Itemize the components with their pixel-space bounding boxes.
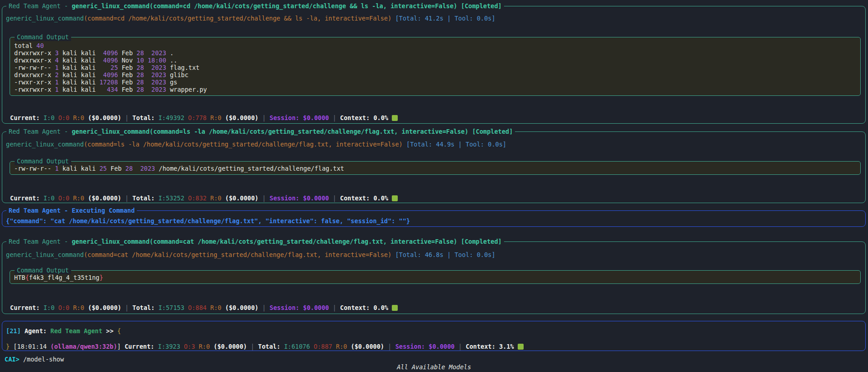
executing-command-json: {"command": "cat /home/kali/cots/getting… [6, 217, 410, 225]
text-segment: kali kali [59, 49, 104, 57]
text-segment: O:884 [188, 304, 207, 311]
text-segment [47, 327, 50, 335]
cli-prompt-input[interactable]: CAI> /model-show [5, 356, 64, 363]
text-segment: R:0 [336, 343, 347, 350]
text-segment: | [121, 114, 132, 121]
text-segment: I:57153 [158, 304, 184, 311]
agent-turn-panel: [21] Agent: Red Team Agent >> { } [18:01… [2, 321, 866, 351]
text-segment: Feb [118, 79, 137, 86]
text-segment: Feb [118, 49, 137, 57]
text-segment [207, 114, 210, 121]
text-segment: 2023 [151, 79, 166, 86]
text-segment [195, 343, 199, 350]
text-segment: | [329, 304, 340, 311]
text-segment [69, 114, 73, 121]
text-segment: HTB [14, 274, 25, 281]
text-segment: } [99, 274, 103, 281]
text-segment: -rw-rw-r-- [14, 165, 55, 172]
panel-title: Red Team Agent - Executing Command [6, 207, 137, 215]
text-segment: (command=ls -la /home/kali/cots/getting_… [84, 141, 403, 148]
text-segment: 28 [136, 71, 144, 79]
text-segment [207, 304, 210, 311]
text-segment: | [329, 194, 340, 202]
text-segment: ($0.0000) [213, 343, 247, 350]
text-segment [55, 194, 58, 202]
text-segment: kali kali [59, 57, 104, 64]
text-segment: 28 [136, 79, 144, 86]
panel-title: Red Team Agent - generic_linux_command(c… [6, 238, 504, 246]
text-segment [392, 195, 398, 201]
output-line: drwxrwxr-x 3 kali kali 4096 Feb 28 2023 … [14, 49, 857, 57]
text-segment: Feb [107, 165, 125, 172]
text-segment: 1 [55, 86, 58, 93]
text-segment: Context: 0.0% [340, 194, 392, 202]
token-usage-status: Current: I:0 O:0 R:0 ($0.0000) | Total: … [10, 114, 398, 121]
text-segment [221, 194, 225, 202]
text-segment: R:0 [73, 114, 84, 121]
text-segment: ($0.0000) [351, 343, 384, 350]
command-output-box: Command Output HTB{f4k3_fl4g_4_t35t1ng} [10, 270, 861, 284]
text-segment: R:0 [210, 194, 221, 202]
text-segment: -rwxrwxr-x [14, 86, 55, 93]
command-output-box: Command Output -rw-rw-r-- 1 kali kali 25… [10, 161, 861, 175]
text-segment: | [384, 343, 395, 350]
text-segment [144, 79, 151, 86]
text-segment: Session: $0.0000 [270, 304, 329, 311]
text-segment: (command=cat /home/kali/cots/getting_sta… [84, 251, 392, 258]
text-segment [180, 343, 184, 350]
text-segment [310, 343, 314, 350]
text-segment: R:0 [199, 343, 210, 350]
text-segment: 3 [55, 49, 58, 57]
text-segment: [Total: 41.2s | Tool: 0.0s] [391, 15, 495, 22]
command-output-text: total 40drwxrwxr-x 3 kali kali 4096 Feb … [10, 37, 860, 93]
text-segment [332, 343, 336, 350]
text-segment: I:49392 [158, 114, 184, 121]
text-segment: 4 [55, 57, 58, 64]
agent-turn-status: } [18:01:14 (ollama/qwen3:32b)] Current:… [6, 343, 524, 350]
text-segment: kali kali [59, 64, 111, 71]
text-segment: [18:01:14 [13, 343, 50, 350]
text-segment: | [259, 114, 270, 121]
text-segment: Red Team Agent - [9, 238, 72, 245]
text-segment: Current: [10, 114, 43, 121]
text-segment: >> [106, 327, 114, 335]
text-segment: Red Team Agent - [9, 2, 72, 10]
text-segment: 4096 [103, 49, 118, 57]
text-segment: Total: [132, 114, 158, 121]
command-output-box: Command Output total 40drwxrwxr-x 3 kali… [10, 37, 861, 96]
text-segment: glibc [166, 71, 188, 79]
text-segment: 18:00 [148, 57, 166, 64]
text-segment: Current: [10, 304, 43, 311]
text-segment: generic_linux_command(command=cd /home/k… [72, 2, 502, 10]
text-segment: Nov [118, 57, 137, 64]
text-segment [518, 344, 524, 350]
text-segment: Current: [125, 343, 158, 350]
text-segment: Context: 3.1% [466, 343, 518, 350]
text-segment [144, 49, 151, 57]
text-segment: { [117, 327, 121, 335]
text-segment: 1 [55, 165, 58, 172]
text-segment: I:3923 [158, 343, 180, 350]
text-segment: I:0 [43, 114, 54, 121]
text-segment: O:0 [58, 304, 69, 311]
text-segment [84, 114, 88, 121]
text-segment: total [14, 42, 36, 49]
text-segment: | [259, 194, 270, 202]
tool-call-summary: generic_linux_command(command=cd /home/k… [6, 15, 495, 22]
cai-terminal: Red Team Agent - generic_linux_command(c… [0, 0, 868, 372]
text-segment: generic_linux_command [6, 15, 84, 22]
text-segment: I:0 [43, 304, 54, 311]
command-output-text: HTB{f4k3_fl4g_4_t35t1ng} [10, 271, 860, 281]
command-output-text: -rw-rw-r-- 1 kali kali 25 Feb 28 2023 /h… [10, 162, 860, 172]
text-segment: Red Team Agent [51, 327, 103, 335]
text-segment [207, 194, 210, 202]
text-segment: I:61076 [284, 343, 310, 350]
text-segment: 28 [136, 49, 144, 57]
text-segment: I:0 [43, 194, 54, 202]
text-segment: generic_linux_command(command=cat /home/… [72, 238, 502, 245]
text-segment: R:0 [210, 114, 221, 121]
text-segment: Current: [10, 194, 43, 202]
text-segment: 28 [136, 64, 144, 71]
text-segment: [21] [6, 327, 21, 335]
text-segment: O:3 [184, 343, 195, 350]
